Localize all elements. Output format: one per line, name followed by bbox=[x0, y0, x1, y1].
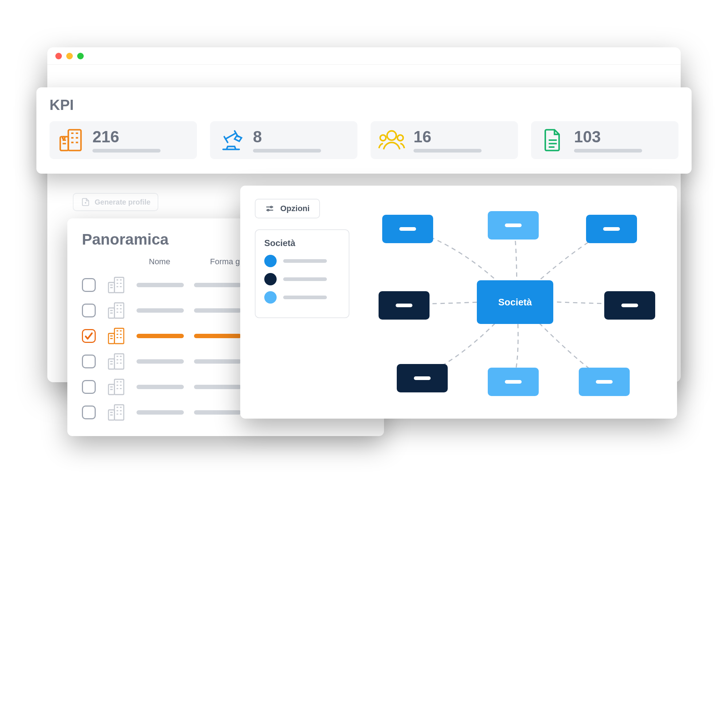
svg-rect-14 bbox=[114, 379, 124, 395]
kpi-card: KPI 216 bbox=[37, 87, 691, 174]
svg-rect-0 bbox=[69, 130, 81, 151]
kpi-value: 8 bbox=[253, 128, 350, 146]
placeholder-bar bbox=[194, 359, 241, 364]
minimize-window-icon[interactable] bbox=[66, 53, 73, 59]
row-checkbox[interactable] bbox=[82, 380, 96, 394]
svg-point-18 bbox=[271, 206, 272, 208]
legend-item[interactable] bbox=[264, 291, 340, 304]
legend-bar bbox=[283, 277, 327, 281]
building-icon bbox=[106, 326, 126, 346]
svg-point-5 bbox=[398, 135, 403, 141]
kpi-bar bbox=[253, 149, 321, 153]
placeholder-bar bbox=[194, 308, 241, 313]
diagram-card: Opzioni Società bbox=[240, 186, 677, 419]
svg-rect-6 bbox=[114, 277, 124, 293]
svg-point-19 bbox=[268, 209, 269, 211]
kpi-item-buildings[interactable]: 216 bbox=[49, 121, 197, 159]
row-checkbox[interactable] bbox=[82, 405, 96, 419]
row-checkbox[interactable] bbox=[82, 278, 96, 292]
col-nome: Nome bbox=[149, 257, 200, 266]
row-checkbox[interactable] bbox=[82, 329, 96, 343]
legend-bar bbox=[283, 259, 327, 263]
legend-item[interactable] bbox=[264, 255, 340, 267]
kpi-row: 216 8 bbox=[49, 121, 679, 159]
placeholder-bar bbox=[136, 283, 184, 287]
sliders-icon bbox=[265, 204, 274, 213]
placeholder-bar bbox=[194, 334, 241, 338]
svg-rect-10 bbox=[114, 328, 124, 344]
building-icon bbox=[106, 402, 126, 423]
kpi-item-documents[interactable]: 103 bbox=[531, 121, 679, 159]
placeholder-bar bbox=[136, 385, 184, 389]
placeholder-bar bbox=[194, 283, 241, 287]
building-icon bbox=[106, 300, 126, 321]
close-window-icon[interactable] bbox=[55, 53, 62, 59]
legend-panel: Società bbox=[255, 229, 349, 318]
graph-node[interactable] bbox=[397, 364, 448, 392]
kpi-item-people[interactable]: 16 bbox=[370, 121, 518, 159]
svg-point-2 bbox=[63, 137, 65, 139]
kpi-bar bbox=[92, 149, 161, 153]
document-icon bbox=[538, 126, 566, 154]
graph-node[interactable] bbox=[579, 368, 630, 396]
legend-bar bbox=[283, 295, 327, 299]
graph-node[interactable] bbox=[604, 291, 655, 320]
options-label: Opzioni bbox=[280, 204, 310, 213]
building-icon bbox=[106, 351, 126, 372]
center-node-label: Società bbox=[498, 297, 532, 308]
people-icon bbox=[378, 126, 405, 154]
graph-node[interactable] bbox=[379, 291, 430, 320]
placeholder-bar bbox=[136, 410, 184, 414]
legend-item[interactable] bbox=[264, 273, 340, 285]
graph-node-center[interactable]: Società bbox=[477, 280, 553, 324]
graph-node[interactable] bbox=[488, 211, 539, 240]
placeholder-bar bbox=[136, 334, 184, 338]
kpi-title: KPI bbox=[49, 97, 679, 113]
kpi-value: 103 bbox=[574, 128, 671, 146]
building-icon bbox=[57, 126, 84, 154]
svg-point-3 bbox=[387, 131, 396, 140]
kpi-value: 216 bbox=[92, 128, 190, 146]
building-icon bbox=[106, 275, 126, 295]
kpi-value: 16 bbox=[413, 128, 511, 146]
graph-node[interactable] bbox=[586, 215, 637, 243]
generate-profile-button[interactable]: Generate profile bbox=[73, 193, 158, 211]
maximize-window-icon[interactable] bbox=[77, 53, 84, 59]
kpi-bar bbox=[574, 149, 642, 153]
svg-point-4 bbox=[380, 135, 386, 141]
generate-profile-label: Generate profile bbox=[95, 198, 150, 206]
gavel-icon bbox=[217, 126, 245, 154]
legend-dot-navy bbox=[264, 273, 277, 285]
svg-rect-12 bbox=[114, 354, 124, 369]
graph-area: Società bbox=[357, 193, 666, 408]
svg-rect-8 bbox=[114, 303, 124, 318]
legend-dot-blue bbox=[264, 255, 277, 267]
row-checkbox[interactable] bbox=[82, 304, 96, 317]
options-button[interactable]: Opzioni bbox=[255, 199, 320, 219]
kpi-item-legal[interactable]: 8 bbox=[210, 121, 358, 159]
graph-node[interactable] bbox=[382, 215, 433, 243]
app-window: Generate profile KPI 216 bbox=[47, 47, 681, 382]
placeholder-bar bbox=[136, 308, 184, 313]
kpi-bar bbox=[413, 149, 482, 153]
legend-title: Società bbox=[264, 238, 340, 248]
placeholder-bar bbox=[194, 385, 241, 389]
graph-node[interactable] bbox=[488, 368, 539, 396]
document-plus-icon bbox=[81, 197, 90, 207]
row-checkbox[interactable] bbox=[82, 355, 96, 369]
svg-rect-16 bbox=[114, 405, 124, 420]
building-icon bbox=[106, 377, 126, 397]
placeholder-bar bbox=[194, 410, 241, 414]
placeholder-bar bbox=[136, 359, 184, 364]
legend-dot-lightblue bbox=[264, 291, 277, 304]
window-titlebar bbox=[47, 47, 681, 65]
